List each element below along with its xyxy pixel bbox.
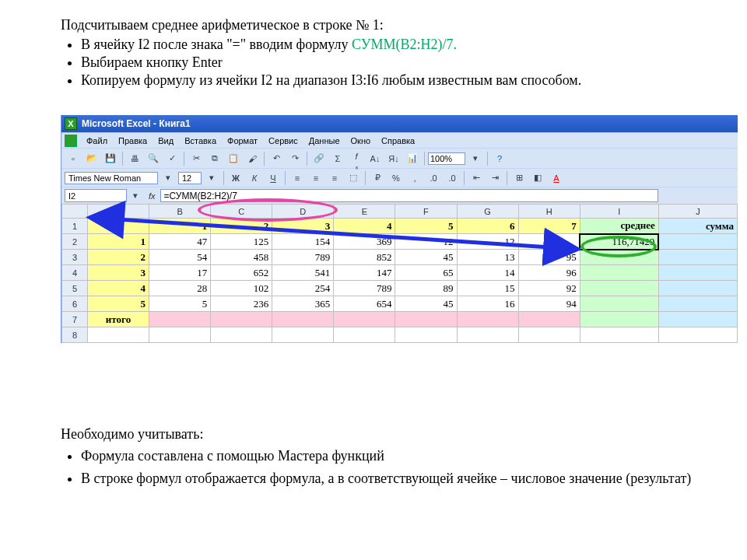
formula-input[interactable]: =СУММ(B2:H2)/7 (160, 189, 658, 202)
menu-file[interactable]: Файл (82, 135, 112, 146)
cell[interactable]: 4 (87, 281, 149, 296)
col-header[interactable]: G (457, 205, 518, 219)
cell[interactable] (87, 327, 149, 343)
align-left-icon[interactable]: ≡ (289, 170, 306, 186)
menu-view[interactable]: Вид (153, 135, 178, 146)
borders-icon[interactable]: ⊞ (510, 170, 528, 186)
cell[interactable]: 12 (395, 234, 457, 250)
col-header[interactable]: E (334, 205, 395, 219)
cell[interactable]: 652 (211, 265, 272, 281)
cell[interactable]: 95 (518, 250, 580, 265)
cell[interactable] (395, 312, 457, 327)
cell[interactable] (518, 234, 580, 250)
cell[interactable]: 5 (87, 296, 149, 312)
cell[interactable]: 1 (149, 219, 211, 234)
preview-icon[interactable]: 🔍 (145, 151, 162, 166)
increase-indent-icon[interactable]: ⇥ (486, 170, 503, 186)
sort-desc-icon[interactable]: Я↓ (385, 151, 402, 166)
undo-icon[interactable]: ↶ (268, 151, 285, 166)
row-header[interactable]: 4 (62, 265, 88, 281)
menu-tools[interactable]: Сервис (264, 135, 303, 146)
menu-edit[interactable]: Правка (114, 135, 152, 146)
bold-icon[interactable]: Ж (227, 170, 244, 186)
row-header[interactable]: 3 (62, 250, 88, 265)
menu-window[interactable]: Окно (346, 135, 376, 146)
cell[interactable]: 13 (457, 250, 518, 265)
cell[interactable]: 125 (211, 234, 272, 250)
cell[interactable]: 4 (334, 219, 395, 234)
cell[interactable]: 14 (457, 265, 518, 281)
sort-asc-icon[interactable]: A↓ (366, 151, 384, 166)
cell[interactable]: 17 (149, 265, 211, 281)
cell[interactable] (211, 312, 272, 327)
cell[interactable]: 92 (518, 281, 580, 296)
cell[interactable] (395, 327, 457, 343)
currency-icon[interactable]: ₽ (369, 170, 386, 186)
fill-color-icon[interactable]: ◧ (529, 170, 546, 186)
save-icon[interactable]: 💾 (102, 151, 119, 166)
decrease-indent-icon[interactable]: ⇤ (468, 170, 485, 186)
cell[interactable] (518, 312, 580, 327)
cell[interactable] (272, 327, 334, 343)
cell[interactable] (580, 327, 658, 343)
increase-decimal-icon[interactable]: .0 (425, 170, 442, 186)
cell[interactable]: 5 (149, 296, 211, 312)
font-color-icon[interactable]: A (548, 170, 565, 186)
fx-icon[interactable]: fх (144, 191, 160, 201)
cell[interactable] (580, 281, 658, 296)
cell[interactable]: 54 (149, 250, 211, 265)
cell[interactable]: 654 (334, 296, 395, 312)
chart-icon[interactable]: 📊 (404, 151, 421, 166)
row-header[interactable]: 1 (62, 219, 88, 234)
cell[interactable]: 458 (211, 250, 272, 265)
cell[interactable] (580, 250, 658, 265)
comma-icon[interactable]: , (406, 170, 423, 186)
col-header[interactable]: I (580, 205, 658, 219)
name-box[interactable]: I2 (65, 189, 127, 202)
merge-icon[interactable]: ⬚ (345, 170, 362, 186)
format-painter-icon[interactable]: 🖌 (244, 151, 261, 166)
cell[interactable]: 16 (457, 296, 518, 312)
cell[interactable]: 154 (272, 234, 334, 250)
decrease-decimal-icon[interactable]: .0 (444, 170, 461, 186)
menu-data[interactable]: Данные (304, 135, 345, 146)
cell-header-sum[interactable]: сумма (658, 219, 737, 234)
row-header[interactable]: 5 (62, 281, 88, 296)
cell[interactable] (658, 265, 737, 281)
col-header[interactable]: D (272, 205, 334, 219)
cell[interactable]: 65 (395, 265, 457, 281)
cell[interactable] (580, 312, 658, 327)
zoom-box[interactable]: 100% (428, 152, 465, 165)
cell[interactable]: 789 (272, 250, 334, 265)
zoom-dropdown-icon[interactable]: ▾ (467, 151, 484, 166)
cell[interactable]: 1 (87, 234, 149, 250)
cell[interactable] (211, 327, 272, 343)
col-header[interactable]: F (395, 205, 457, 219)
cell[interactable] (518, 327, 580, 343)
underline-icon[interactable]: Ч (265, 170, 282, 186)
cell[interactable] (149, 312, 211, 327)
cell[interactable]: 94 (518, 296, 580, 312)
cell[interactable] (658, 296, 737, 312)
cell[interactable] (334, 327, 395, 343)
cell[interactable]: 96 (518, 265, 580, 281)
cell-total-label[interactable]: итого (87, 312, 149, 327)
col-header[interactable]: H (518, 205, 580, 219)
cell[interactable] (658, 234, 737, 250)
col-header[interactable]: J (658, 205, 737, 219)
cell[interactable]: 89 (395, 281, 457, 296)
cell[interactable] (149, 327, 211, 343)
menu-format[interactable]: Формат (223, 135, 262, 146)
row-header[interactable]: 8 (62, 327, 88, 343)
cell[interactable] (658, 312, 737, 327)
cell[interactable]: 7 (518, 219, 580, 234)
cell[interactable] (272, 312, 334, 327)
cell[interactable]: 3 (87, 265, 149, 281)
copy-icon[interactable]: ⧉ (206, 151, 223, 166)
row-header[interactable]: 2 (62, 234, 88, 250)
row-header[interactable]: 7 (62, 312, 88, 327)
cut-icon[interactable]: ✂ (188, 151, 205, 166)
autosum-icon[interactable]: Σ (329, 151, 346, 166)
help-icon[interactable]: ? (491, 151, 508, 166)
cell[interactable]: 6 (457, 219, 518, 234)
